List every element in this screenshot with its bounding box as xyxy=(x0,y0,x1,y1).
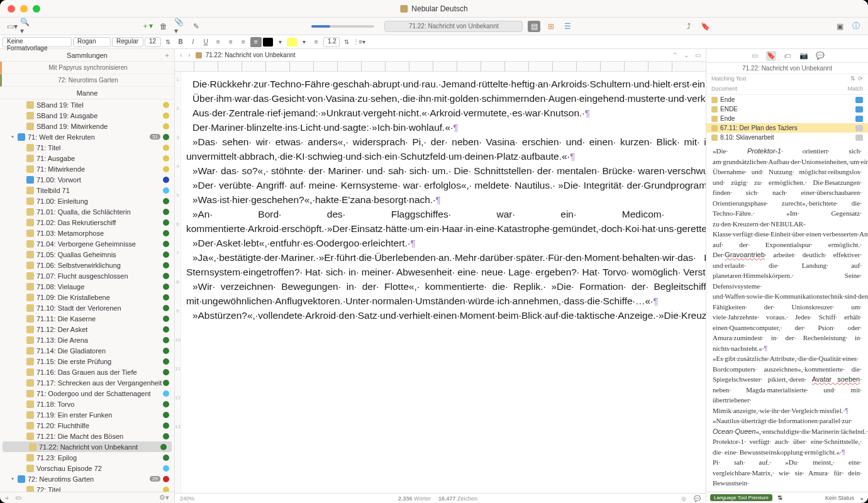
add-collection-button[interactable]: + xyxy=(165,52,169,59)
bookmark-button[interactable]: 🔖 xyxy=(699,21,711,32)
tree-item[interactable]: 71.12: Der Asket xyxy=(0,324,174,334)
status-select[interactable]: Kein Status xyxy=(825,495,854,501)
style-select[interactable]: Keine Formatvorlage xyxy=(3,37,72,47)
tree-item[interactable]: Titelbild 71 xyxy=(0,185,174,196)
view-document-button[interactable]: ▤ xyxy=(528,21,540,32)
tree-item[interactable]: 71.21: Die Macht des Bösen xyxy=(0,431,174,441)
disclosure-icon[interactable]: ▾ xyxy=(11,476,18,482)
tree-item[interactable]: 71.09: Die Kristallebene xyxy=(0,292,174,302)
tree-item[interactable]: 71.14: Die Gladiatoren xyxy=(0,345,174,356)
target-icon[interactable]: ◎ xyxy=(681,495,686,502)
tree-item[interactable]: 71.00: Vorwort xyxy=(0,174,174,185)
tree-item[interactable]: SBand 19: Titel xyxy=(0,99,174,110)
nav-back-button[interactable]: ‹ xyxy=(179,52,183,58)
collection-sync[interactable]: Mit Papyrus synchronisieren xyxy=(0,62,174,74)
align-center-button[interactable]: ≡ xyxy=(225,37,236,47)
tree-item[interactable]: 71.18: Torvo xyxy=(0,399,174,409)
search-button[interactable]: 🔍▾ xyxy=(20,21,31,32)
list-button[interactable]: ⋮≡▾ xyxy=(353,37,365,47)
tab-metadata[interactable]: 🏷 xyxy=(782,51,793,61)
match-row[interactable]: Ende xyxy=(706,114,868,123)
view-button[interactable]: ▭▾ xyxy=(6,21,18,32)
snapshot-button[interactable]: ▣ xyxy=(834,21,845,32)
align-left-button[interactable]: ≡ xyxy=(213,37,224,47)
nav-up-button[interactable]: ⌃ xyxy=(671,52,679,58)
collection-garden[interactable]: 72: Neurotims Garten xyxy=(0,74,174,87)
tree-item[interactable]: 71.23: Epilog xyxy=(0,452,174,463)
tree-item[interactable]: 71.01: Qualla, die Schlächterin xyxy=(0,206,174,217)
tree-item[interactable]: 71.13: Die Arena xyxy=(0,334,174,345)
tab-bookmarks[interactable]: 🔖 xyxy=(766,51,776,61)
align-justify-button[interactable]: ≡ xyxy=(250,37,262,47)
view-corkboard-button[interactable]: ⊞ xyxy=(545,21,557,32)
bold-button[interactable]: B xyxy=(175,37,186,47)
attach-button[interactable]: 📎▾ xyxy=(174,21,186,32)
share-button[interactable]: ⤴ xyxy=(683,21,694,32)
weight-select[interactable]: Regular xyxy=(112,37,143,47)
tree-item[interactable]: 71.08: Vielauge xyxy=(0,281,174,292)
document-title-field[interactable]: 71.22: Nachricht von Unbekannt xyxy=(384,21,523,32)
inspector-preview-text[interactable]: »Die· Protektor-1· orientiert· sich· am·… xyxy=(706,142,868,492)
tree-item[interactable]: 71.10: Stadt der Verlorenen xyxy=(0,302,174,313)
info-button[interactable]: ⓘ xyxy=(850,21,862,32)
minimize-window-button[interactable] xyxy=(20,5,28,13)
line-spacing-select[interactable]: 1.2 xyxy=(323,37,340,47)
split-button[interactable]: ▭ xyxy=(694,52,702,58)
align-right-button[interactable]: ≡ xyxy=(238,37,249,47)
tree-item[interactable]: 71.11: Die Kaserne xyxy=(0,313,174,324)
tab-comments[interactable]: 💬 xyxy=(815,51,825,61)
italic-button[interactable]: I xyxy=(187,37,199,47)
size-stepper[interactable]: ⇅ xyxy=(162,37,174,47)
tab-snapshots[interactable]: 📷 xyxy=(799,51,809,61)
font-select[interactable]: Rogan xyxy=(73,37,111,47)
tree-item[interactable]: 72: Titel xyxy=(0,484,174,492)
underline-button[interactable]: U xyxy=(200,37,211,47)
tree-item[interactable]: 71.07: Flucht ausgeschlossen xyxy=(0,270,174,281)
tree-item[interactable]: 71.19: Ein erster Funken xyxy=(0,409,174,420)
nav-down-button[interactable]: ⌄ xyxy=(682,52,690,58)
language-tool-badge[interactable]: Language Tool Premium xyxy=(710,494,772,501)
close-window-button[interactable] xyxy=(8,5,15,13)
tree-item[interactable]: 71.20: Fluchthilfe xyxy=(0,420,174,431)
tree-item[interactable]: 71: Ausgabe xyxy=(0,153,174,163)
binder-tree[interactable]: SBand 19: TitelSBand 19: AusgabeSBand 19… xyxy=(0,99,174,492)
highlight-color-swatch[interactable] xyxy=(287,38,297,47)
disclosure-icon[interactable]: ▾ xyxy=(11,134,18,140)
nav-forward-button[interactable]: › xyxy=(187,52,191,58)
size-select[interactable]: 12 xyxy=(145,37,161,47)
tree-item[interactable]: 71.03: Metamorphose xyxy=(0,228,174,238)
editor-body[interactable]: 12345678910111213 Die·Rückkehr·zur·Techn… xyxy=(175,72,706,493)
compose-button[interactable]: ✎ xyxy=(191,21,202,32)
tree-item[interactable]: Vorschau Episode 72 xyxy=(0,463,174,473)
gear-button[interactable]: ⚙▾ xyxy=(159,494,169,502)
tree-item[interactable]: 71.04: Verborgene Geheimnisse xyxy=(0,238,174,249)
tree-item[interactable]: 71.00: Einleitung xyxy=(0,196,174,206)
tree-item[interactable]: 71.15: Die erste Prüfung xyxy=(0,356,174,367)
text-color-swatch[interactable] xyxy=(263,38,273,47)
refresh-icon[interactable]: ⟳ xyxy=(858,75,863,82)
tree-item[interactable]: SBand 19: Mitwirkende xyxy=(0,121,174,131)
match-row[interactable]: Ende xyxy=(706,95,868,104)
tree-item[interactable]: 71: Titel xyxy=(0,142,174,153)
add-item-button[interactable]: + xyxy=(5,494,9,502)
view-outline-button[interactable]: ☰ xyxy=(562,21,573,32)
match-row[interactable]: 8.10: Sklavenarbeit xyxy=(706,133,868,142)
tree-item[interactable]: 71.02: Das Rekrutierschiff xyxy=(0,217,174,228)
tree-item[interactable]: 71: Mitwirkende xyxy=(0,163,174,174)
ruler[interactable] xyxy=(175,62,706,72)
tab-notes[interactable]: ▭ xyxy=(750,51,760,61)
tree-item[interactable]: ▾72: Neurotims Garten29 xyxy=(0,473,174,484)
zoom-window-button[interactable] xyxy=(33,5,40,13)
tree-item[interactable]: SBand 19: Ausgabe xyxy=(0,110,174,121)
add-button[interactable]: ＋▾ xyxy=(142,21,153,32)
tree-item[interactable]: 71.06: Selbstverwirklichung xyxy=(0,260,174,270)
tree-item[interactable]: ▾71: Welt der Rekruten31 xyxy=(0,131,174,142)
comment-icon[interactable]: 💬 xyxy=(694,495,701,502)
tree-item[interactable]: 71.16: Das Grauen aus der Tiefe xyxy=(0,367,174,377)
tree-item[interactable]: 71.22: Nachricht von Unbekannt xyxy=(3,441,172,452)
folder-button[interactable]: ▭ xyxy=(15,494,21,502)
tree-item[interactable]: 71.17: Schrecken aus der Vergangenheit xyxy=(0,377,174,388)
zoom-level[interactable]: 240% xyxy=(180,495,194,502)
text-content[interactable]: Die·Rückkehr·zur·Techno-Fähre·geschah·ab… xyxy=(181,72,706,493)
match-row[interactable]: ENDE xyxy=(706,104,868,114)
